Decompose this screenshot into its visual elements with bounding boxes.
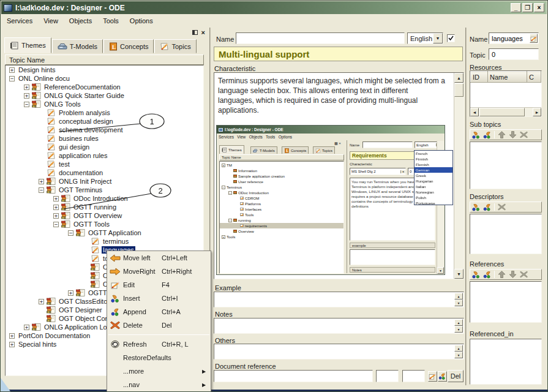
mini-name-input[interactable] [362,141,413,148]
tree-item-gui-design[interactable]: gui design [6,143,203,151]
insert-icon[interactable] [472,203,481,211]
tree-item-ogtt-overview[interactable]: + OGTT Overview [6,211,203,220]
splitter-right[interactable] [465,28,467,385]
docref-input[interactable] [214,370,373,382]
context-menu-item-restoredefaults[interactable]: RestoreDefaults [107,351,211,364]
expand-icon[interactable]: + [9,67,15,73]
mini-language-option[interactable]: French [415,151,452,156]
menu-view[interactable]: View [38,16,64,26]
rp-name-edit-button[interactable] [530,34,538,43]
spin-up-icon[interactable]: ▲ [454,345,463,352]
mini-language-option[interactable]: Norwegian [415,189,452,195]
expand-icon[interactable]: + [9,333,15,339]
expand-icon[interactable]: + [39,299,44,304]
docref-edit-button[interactable] [428,371,437,382]
mini-language-dropdown[interactable]: FrenchFinnishFlemishGermanGreekHungarian… [414,150,453,205]
docref-pos-input[interactable] [402,370,425,382]
menu-services[interactable]: Services [1,16,38,26]
sub-topics-list[interactable] [470,141,542,189]
rp-topic-input[interactable] [489,48,539,60]
up-icon[interactable] [497,271,506,279]
mini-language-option[interactable]: Greek [415,173,452,178]
context-menu-item-moveright[interactable]: MoveRightCtrl+Right [107,265,211,278]
mini-tab-topics[interactable]: Topics [313,146,335,154]
scrollbar-thumb[interactable] [454,83,464,97]
tree-item-onlg-tools[interactable]: − ONLG Tools [6,100,203,108]
tree-item-schema-development[interactable]: schema development [6,126,203,134]
expand-icon[interactable]: + [53,196,59,202]
delete-icon[interactable] [519,131,528,139]
dock-icon[interactable] [192,30,198,35]
tree-item-onlg-quick-starter-guide[interactable]: + ONLG Quick Starter Guide [6,91,203,100]
insert-icon[interactable] [472,131,481,139]
scrollbar-thumb[interactable] [479,108,525,116]
context-menu-item-delete[interactable]: DeleteDel [107,318,211,332]
delete-icon[interactable] [497,203,506,211]
context-menu-item-move-left[interactable]: Move leftCtrl+Left [107,251,211,265]
referenced-in-list[interactable] [470,339,542,385]
docref-del-button[interactable]: Del [448,370,464,382]
insert-icon[interactable] [472,271,481,279]
tab-topics[interactable]: Topics [154,39,196,53]
scroll-right-icon[interactable]: ► [533,108,541,116]
append-icon[interactable] [483,131,492,139]
expand-icon[interactable]: + [9,342,15,347]
spin-up-icon[interactable]: ▲ [454,319,463,326]
expand-icon[interactable]: + [53,205,59,210]
menu-objects[interactable]: Objects [64,16,97,26]
tab-themes[interactable]: Themes [4,37,51,53]
references-list[interactable] [470,281,542,323]
tree-item-ogtt-running[interactable]: + OGTT running [6,203,203,211]
up-icon[interactable] [497,131,506,139]
language-checkbox[interactable] [447,34,455,42]
mini-topic-tree[interactable]: +TMInformationSample application creatio… [219,161,344,274]
mini-font-combobox[interactable]: MS Shell Dlg 2▼ [350,168,406,175]
context-menu-item-refresh[interactable]: RefreshCtrl+R, L [107,337,211,351]
append-icon[interactable] [483,203,492,211]
spin-up-icon[interactable]: ▲ [454,293,463,300]
mini-language-option[interactable]: Italian [415,184,452,189]
mini-language-option[interactable]: Finnish [415,156,452,162]
mini-tab-t-models[interactable]: T-Models [250,146,277,154]
mini-tab-themes[interactable]: Themes [219,145,244,154]
panel-close-icon[interactable]: × [201,29,205,36]
scroll-down-icon[interactable]: ▼ [454,269,464,279]
append-icon[interactable] [483,271,492,279]
resources-scrollbar[interactable]: ◄ ► [470,107,541,116]
tree-item-terminus[interactable]: terminus [6,237,203,246]
mini-language-option[interactable]: German [415,167,452,173]
spin-down-icon[interactable]: ▼ [454,326,463,333]
menu-options[interactable]: Options [124,16,159,26]
context-menu-item--nav[interactable]: ...nav▶ [107,378,211,391]
mini-language-option[interactable]: Flemish [415,162,452,167]
tree-item-ogtt-tools[interactable]: − OGTT Tools [6,220,203,228]
minimize-button[interactable]: _ [511,3,521,12]
tree-item-referencedocumentation[interactable]: + ReferenceDocumentation [6,83,203,91]
delete-icon[interactable] [519,271,528,279]
tree-item-onl-online-docu[interactable]: −ONL Online docu [6,74,203,83]
spin-down-icon[interactable]: ▼ [454,352,463,358]
tree-item-conceptual-design[interactable]: conceptual design [6,117,203,126]
mini-language-option[interactable]: Hungarian [415,178,452,184]
scroll-left-icon[interactable]: ◄ [470,108,479,116]
docref-append-button[interactable] [438,371,447,382]
down-icon[interactable] [508,131,517,139]
context-menu-item--more[interactable]: ...more▶ [107,364,211,378]
tree-item-odoc-introduction[interactable]: + ODoc Introduction [6,194,203,203]
collapse-icon[interactable]: − [24,102,29,107]
expand-icon[interactable]: + [24,93,29,99]
tree-item-application-rules[interactable]: application rules [6,151,203,160]
editor-name-input[interactable] [236,32,405,44]
context-menu-item-append[interactable]: AppendCtrl+A [107,305,211,318]
tree-item-problem-analysis[interactable]: Problem analysis [6,108,203,117]
collapse-icon[interactable]: − [9,76,15,81]
title-bar[interactable]: l:\adk\ode.dev : Designer - ODE _ ❐ × [1,1,547,14]
tree-column-header[interactable]: Topic Name [5,55,204,65]
down-icon[interactable] [508,271,517,279]
characteristic-scrollbar[interactable]: ▲ ▼ [454,73,464,279]
mini-tab-concepts[interactable]: LConcepts [282,146,309,154]
spin-down-icon[interactable]: ▼ [454,300,463,306]
menu-tools[interactable]: Tools [97,16,124,26]
expand-icon[interactable]: + [39,179,44,184]
resources-col-name[interactable]: Name [488,72,527,83]
